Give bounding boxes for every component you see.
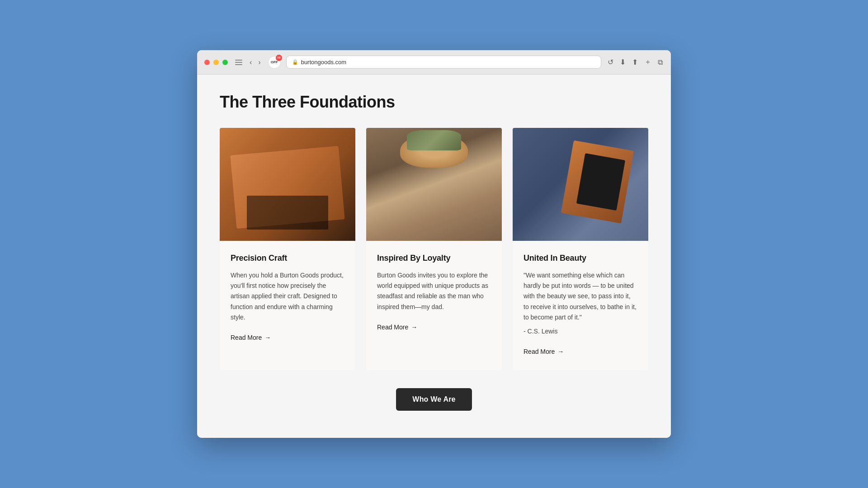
minimize-button[interactable] [213,60,219,65]
close-button[interactable] [204,60,210,65]
card-title-united-in-beauty: United In Beauty [524,253,637,263]
url-text: burtongoods.com [301,59,346,66]
extension-icon[interactable]: OFF 96 [268,56,281,69]
sidebar-toggle[interactable] [235,60,242,65]
nav-arrows: ‹ › [248,57,263,67]
extension-label: OFF [271,60,278,64]
browser-chrome: ‹ › OFF 96 🔒 burtongoods.com ↺ ⬇ ⬆ ＋ ⧉ [197,50,671,75]
extension-badge: 96 [276,55,282,61]
page-title: The Three Foundations [220,93,648,112]
card-body-inspired-by-loyalty: Inspired By Loyalty Burton Goods invites… [366,241,502,345]
card-image-precision-craft [220,128,355,241]
read-more-inspired-by-loyalty[interactable]: Read More → [377,324,417,331]
lock-icon: 🔒 [292,59,298,65]
page-content: The Three Foundations Precision Craft Wh… [197,75,671,438]
card-attribution-united-in-beauty: - C.S. Lewis [524,326,637,337]
card-inspired-by-loyalty: Inspired By Loyalty Burton Goods invites… [366,128,502,370]
card-quote-united-in-beauty: "We want something else which can hardly… [524,270,637,322]
forward-button[interactable]: › [256,57,262,67]
fullscreen-button[interactable] [222,60,228,65]
card-precision-craft: Precision Craft When you hold a Burton G… [220,128,355,370]
share-button[interactable]: ⬆ [631,57,639,67]
card-text-inspired-by-loyalty: Burton Goods invites you to explore the … [377,270,491,312]
download-button[interactable]: ⬇ [619,57,627,67]
card-body-precision-craft: Precision Craft When you hold a Burton G… [220,241,355,356]
card-title-inspired-by-loyalty: Inspired By Loyalty [377,253,491,263]
tabs-button[interactable]: ⧉ [657,57,664,67]
traffic-lights [204,60,228,65]
card-united-in-beauty: United In Beauty "We want something else… [513,128,648,370]
card-image-united-in-beauty [513,128,648,241]
card-title-precision-craft: Precision Craft [231,253,344,263]
card-image-inspired-by-loyalty [366,128,502,241]
who-we-are-section: Who We Are [220,388,648,411]
card-body-united-in-beauty: United In Beauty "We want something else… [513,241,648,370]
cards-grid: Precision Craft When you hold a Burton G… [220,128,648,370]
new-tab-button[interactable]: ＋ [643,56,652,68]
browser-window: ‹ › OFF 96 🔒 burtongoods.com ↺ ⬇ ⬆ ＋ ⧉ T… [197,50,671,438]
reload-button[interactable]: ↺ [607,57,614,67]
address-bar[interactable]: 🔒 burtongoods.com [286,56,601,69]
browser-actions: ↺ ⬇ ⬆ ＋ ⧉ [607,56,664,68]
read-more-precision-craft[interactable]: Read More → [231,334,271,341]
card-text-precision-craft: When you hold a Burton Goods product, yo… [231,270,344,322]
read-more-united-in-beauty[interactable]: Read More → [524,348,564,355]
who-we-are-button[interactable]: Who We Are [396,388,472,411]
back-button[interactable]: ‹ [248,57,254,67]
